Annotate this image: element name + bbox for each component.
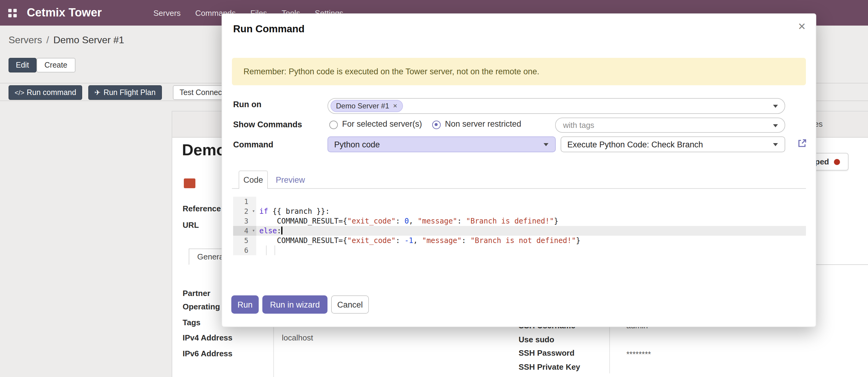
flight-plan-icon: ✈ bbox=[94, 88, 100, 97]
tab-preview[interactable]: Preview bbox=[276, 171, 305, 189]
tab-code[interactable]: Code bbox=[239, 171, 268, 189]
radio-non-server-restricted[interactable] bbox=[432, 121, 441, 129]
chevron-down-icon[interactable] bbox=[773, 124, 778, 127]
command-select-value: Execute Python Code: Check Branch bbox=[567, 140, 703, 149]
run-command-label: Run command bbox=[27, 88, 76, 97]
code-line[interactable]: 1 bbox=[233, 197, 806, 206]
run-button[interactable]: Run bbox=[231, 295, 259, 314]
field-label-ssh-password: SSH Password bbox=[519, 348, 575, 357]
status-stopped-dot bbox=[834, 158, 840, 165]
field-label-use-sudo: Use sudo bbox=[519, 335, 554, 344]
chevron-down-icon[interactable] bbox=[773, 143, 778, 146]
field-value-ipv4: localhost bbox=[282, 333, 313, 342]
command-type-select[interactable]: Python code bbox=[328, 137, 556, 152]
code-line-content[interactable]: COMMAND_RESULT={"exit_code": -1, "messag… bbox=[256, 236, 806, 245]
command-select[interactable]: Execute Python Code: Check Branch bbox=[561, 137, 785, 152]
breadcrumb-parent[interactable]: Servers bbox=[8, 35, 42, 45]
fold-icon[interactable]: ▾ bbox=[252, 226, 255, 236]
field-label-partner: Partner bbox=[183, 289, 210, 298]
modal-title: Run Command bbox=[233, 23, 305, 35]
close-icon[interactable]: ✕ bbox=[798, 21, 806, 32]
line-number: 1 bbox=[233, 197, 256, 206]
code-icon: </> bbox=[14, 89, 24, 96]
python-warning-alert: Remember: Python code is executed on the… bbox=[232, 58, 806, 85]
code-editor[interactable]: 12▾if {{ branch }}:3 COMMAND_RESULT={"ex… bbox=[233, 197, 806, 255]
breadcrumb-separator: / bbox=[46, 35, 49, 45]
external-link-icon[interactable] bbox=[797, 138, 807, 149]
server-tag-label: Demo Server #1 bbox=[336, 102, 389, 110]
show-commands-label: Show Commands bbox=[233, 120, 302, 129]
apps-grid-icon bbox=[8, 8, 17, 17]
create-button[interactable]: Create bbox=[36, 58, 75, 72]
code-line[interactable]: 5 COMMAND_RESULT={"exit_code": -1, "mess… bbox=[233, 236, 806, 245]
line-number: 2▾ bbox=[233, 206, 256, 216]
alert-text: Remember: Python code is executed on the… bbox=[244, 67, 539, 76]
breadcrumb: Servers/Demo Server #1 bbox=[8, 35, 124, 46]
nav-item-servers[interactable]: Servers bbox=[153, 8, 181, 17]
fold-icon[interactable]: ▾ bbox=[252, 206, 255, 216]
radio-non-server-restricted-label[interactable]: Non server restricted bbox=[445, 119, 521, 128]
app-brand: Cetmix Tower bbox=[27, 6, 102, 20]
field-label-ipv6: IPv6 Address bbox=[183, 349, 232, 358]
edit-button[interactable]: Edit bbox=[8, 58, 36, 72]
code-line-content[interactable] bbox=[256, 197, 806, 206]
tabs-divider bbox=[232, 188, 806, 189]
line-number: 3 bbox=[233, 216, 256, 226]
run-on-label: Run on bbox=[233, 100, 261, 109]
line-number: 4▾ bbox=[233, 226, 256, 236]
code-line[interactable]: 4▾else: bbox=[233, 226, 806, 236]
run-flight-plan-label: Run Flight Plan bbox=[103, 88, 156, 97]
chevron-down-icon[interactable] bbox=[544, 143, 549, 146]
line-number: 5 bbox=[233, 236, 256, 245]
field-label-ssh-private-key: SSH Private Key bbox=[519, 362, 580, 372]
field-value-ssh-password: ******** bbox=[626, 350, 651, 359]
run-command-modal: Run Command ✕ Remember: Python code is e… bbox=[222, 13, 816, 327]
radio-for-selected-servers-label[interactable]: For selected server(s) bbox=[342, 119, 422, 128]
code-line-content[interactable]: if {{ branch }}: bbox=[256, 206, 806, 216]
radio-for-selected-servers[interactable] bbox=[329, 121, 338, 129]
with-tags-placeholder: with tags bbox=[563, 121, 594, 130]
server-tag: Demo Server #1 ✕ bbox=[331, 100, 403, 112]
run-in-wizard-button[interactable]: Run in wizard bbox=[262, 295, 328, 314]
field-label-ipv4: IPv4 Address bbox=[183, 333, 232, 342]
breadcrumb-current: Demo Server #1 bbox=[53, 35, 124, 45]
apps-menu-icon[interactable] bbox=[8, 8, 17, 17]
field-label-url: URL bbox=[183, 221, 199, 230]
code-line-content[interactable] bbox=[256, 245, 806, 255]
field-label-reference: Reference bbox=[183, 204, 221, 213]
line-number: 6 bbox=[233, 245, 256, 255]
code-line[interactable]: 6 bbox=[233, 245, 806, 255]
server-color-swatch[interactable] bbox=[184, 178, 195, 188]
tag-remove-icon[interactable]: ✕ bbox=[393, 103, 398, 109]
chevron-down-icon[interactable] bbox=[773, 105, 778, 108]
command-label: Command bbox=[233, 140, 273, 149]
run-on-select[interactable]: Demo Server #1 ✕ bbox=[328, 98, 785, 114]
cancel-button[interactable]: Cancel bbox=[331, 295, 369, 314]
run-flight-plan-button[interactable]: ✈ Run Flight Plan bbox=[88, 85, 162, 100]
code-line-content[interactable]: COMMAND_RESULT={"exit_code": 0, "message… bbox=[256, 216, 806, 226]
run-command-button[interactable]: </> Run command bbox=[8, 85, 82, 100]
app-viewport: Cetmix Tower Servers Commands Files Tool… bbox=[0, 0, 868, 377]
command-type-value: Python code bbox=[334, 140, 380, 149]
code-line[interactable]: 3 COMMAND_RESULT={"exit_code": 0, "messa… bbox=[233, 216, 806, 226]
with-tags-select[interactable]: with tags bbox=[555, 118, 785, 133]
text-cursor bbox=[281, 227, 282, 234]
code-line[interactable]: 2▾if {{ branch }}: bbox=[233, 206, 806, 216]
code-line-content[interactable]: else: bbox=[256, 226, 806, 236]
field-label-tags: Tags bbox=[183, 318, 200, 327]
